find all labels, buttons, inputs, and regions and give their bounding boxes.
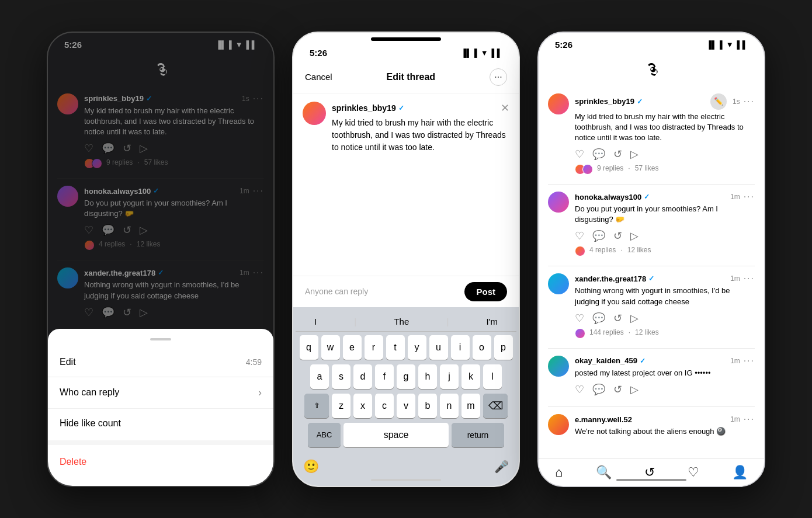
sheet-who-can-reply-item[interactable]: Who can reply › (48, 377, 273, 409)
key-l[interactable]: l (483, 364, 502, 389)
shift-key[interactable]: ⇧ (304, 394, 329, 418)
post-content-3-5: e.manny.well.52 1m ··· We're not talking… (575, 414, 755, 441)
abc-key[interactable]: ABC (308, 423, 341, 447)
key-t[interactable]: t (386, 335, 405, 360)
status-time-2: 5:26 (310, 48, 327, 58)
repost-icon-3-3[interactable]: ↺ (613, 312, 622, 325)
post-actions-3-4: ♡ 💬 ↺ ▷ (575, 383, 755, 396)
nav-repost-icon[interactable]: ↺ (644, 465, 655, 480)
status-bar-2: 5:26 ▐▌▐ ▼ ▌▌ (293, 41, 519, 61)
key-j[interactable]: j (440, 364, 459, 389)
verified-3-2: ✓ (644, 193, 650, 201)
key-d[interactable]: d (353, 364, 372, 389)
key-s[interactable]: s (332, 364, 351, 389)
edit-pencil-button[interactable]: ✏️ (710, 93, 727, 110)
suggestion-2[interactable]: The (394, 317, 409, 326)
key-m[interactable]: m (461, 394, 480, 418)
key-r[interactable]: r (365, 335, 383, 360)
more-dots-3-2[interactable]: ··· (744, 192, 755, 202)
share-icon-3-2[interactable]: ▷ (630, 230, 639, 242)
edit-username: sprinkles_bby19 ✓ (332, 103, 404, 113)
like-icon-3-1[interactable]: ♡ (575, 148, 584, 161)
more-options-button[interactable]: ··· (490, 68, 507, 86)
key-p[interactable]: p (494, 335, 513, 360)
backspace-key[interactable]: ⌫ (483, 394, 508, 418)
key-u[interactable]: u (429, 335, 448, 360)
post-meta-3-3: 1m ··· (730, 273, 755, 284)
battery-icon-3: ▌▌ (737, 40, 748, 49)
nav-likes-icon[interactable]: ♡ (688, 465, 699, 480)
post-text-3-5: We're not talking about the aliens enoug… (575, 426, 755, 437)
key-e[interactable]: e (343, 335, 362, 360)
repost-icon-3-1[interactable]: ↺ (613, 148, 622, 161)
divider-3-1 (548, 184, 755, 185)
post-content-3-4: okay_kaiden_459 ✓ 1m ··· posted my lates… (575, 356, 755, 399)
like-icon-3-2[interactable]: ♡ (575, 230, 584, 242)
suggestion-3[interactable]: I'm (486, 317, 498, 326)
keyboard: I | The | I'm q w e r t y u i o p a (293, 307, 519, 486)
emoji-key[interactable]: 🙂 (300, 454, 321, 479)
edit-post-area: sprinkles_bby19 ✓ ✕ My kid tried to brus… (293, 93, 519, 276)
key-f[interactable]: f (375, 364, 394, 389)
key-q[interactable]: q (300, 335, 318, 360)
key-c[interactable]: c (375, 394, 394, 418)
share-icon-3-3[interactable]: ▷ (630, 312, 639, 325)
nav-profile-icon[interactable]: 👤 (732, 465, 748, 480)
comment-icon-3-4[interactable]: 💬 (592, 383, 605, 396)
share-icon-3-4[interactable]: ▷ (630, 383, 639, 396)
key-v[interactable]: v (397, 394, 415, 418)
edit-content: sprinkles_bby19 ✓ ✕ My kid tried to brus… (332, 102, 509, 267)
key-a[interactable]: a (310, 364, 329, 389)
comment-icon-3-3[interactable]: 💬 (592, 312, 605, 325)
more-dots-3-1[interactable]: ··· (744, 96, 755, 107)
key-y[interactable]: y (408, 335, 426, 360)
status-bar-3: 5:26 ▐▌▐ ▼ ▌▌ (539, 33, 764, 53)
key-z[interactable]: z (332, 394, 351, 418)
username-3-4: okay_kaiden_459 ✓ (575, 356, 646, 365)
username-3-3: xander.the.great178 ✓ (575, 274, 654, 283)
sheet-edit-time: 4:59 (246, 357, 262, 367)
cancel-button[interactable]: Cancel (305, 72, 332, 82)
post-text-3-4: posted my latest project over on IG ••••… (575, 368, 755, 378)
post-actions-3-3: ♡ 💬 ↺ ▷ (575, 312, 755, 325)
sheet-edit-item[interactable]: Edit 4:59 (48, 347, 273, 377)
key-i[interactable]: i (451, 335, 470, 360)
reply-bar: Anyone can reply Post (293, 276, 519, 307)
sheet-hide-like-item[interactable]: Hide like count (48, 409, 273, 438)
post-button[interactable]: Post (464, 282, 507, 301)
more-dots-3-4[interactable]: ··· (744, 356, 755, 366)
nav-search-icon[interactable]: 🔍 (596, 465, 612, 480)
sheet-delete-item[interactable]: Delete (48, 447, 273, 477)
key-b[interactable]: b (418, 394, 437, 418)
key-n[interactable]: n (440, 394, 459, 418)
key-w[interactable]: w (321, 335, 340, 360)
repost-icon-3-2[interactable]: ↺ (613, 230, 622, 242)
key-o[interactable]: o (473, 335, 491, 360)
nav-home-icon[interactable]: ⌂ (555, 465, 563, 480)
close-edit-button[interactable]: ✕ (501, 102, 509, 114)
post-meta-3-1: ✏️ 1s ··· (710, 93, 755, 110)
more-dots-3-5[interactable]: ··· (744, 414, 755, 425)
like-icon-3-4[interactable]: ♡ (575, 383, 584, 396)
more-dots-3-3[interactable]: ··· (744, 273, 755, 284)
repost-icon-3-4[interactable]: ↺ (613, 383, 622, 396)
home-indicator-2 (371, 479, 441, 481)
keyboard-row-2: a s d f g h j k l (296, 364, 516, 389)
return-key[interactable]: return (452, 423, 504, 447)
edit-text-area[interactable]: My kid tried to brush my hair with the e… (332, 117, 509, 154)
suggestion-1[interactable]: I (314, 317, 317, 326)
comment-icon-3-1[interactable]: 💬 (592, 148, 605, 161)
like-icon-3-3[interactable]: ♡ (575, 312, 584, 325)
key-h[interactable]: h (418, 364, 437, 389)
chevron-right-icon: › (258, 387, 262, 399)
key-x[interactable]: x (353, 394, 372, 418)
key-g[interactable]: g (397, 364, 415, 389)
comment-icon-3-2[interactable]: 💬 (592, 230, 605, 242)
wifi-icon-2: ▼ (481, 48, 488, 57)
share-icon-3-1[interactable]: ▷ (630, 148, 639, 161)
post-header-3-5: e.manny.well.52 1m ··· (575, 414, 755, 425)
space-key[interactable]: space (343, 423, 449, 447)
avatar-3-2 (548, 192, 569, 213)
mic-key[interactable]: 🎤 (491, 454, 512, 479)
key-k[interactable]: k (461, 364, 480, 389)
